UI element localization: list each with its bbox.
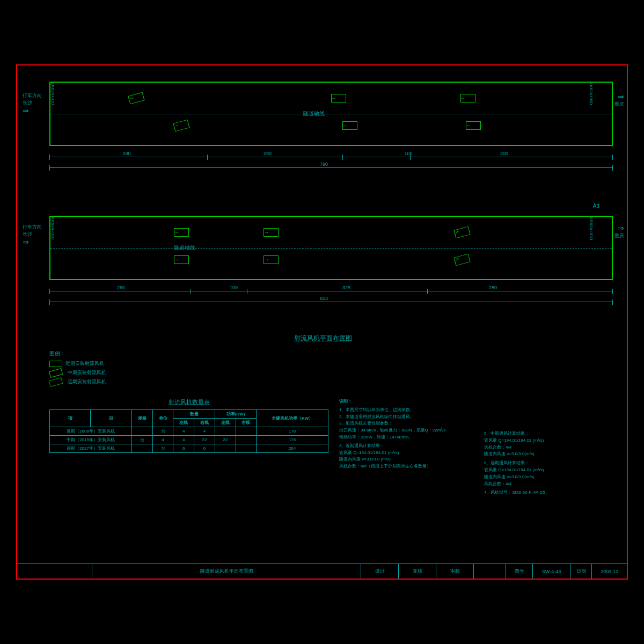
bottom-cell-1 <box>17 564 92 579</box>
table-row: 近期（2008年）安装风机 台 4 4 176 <box>50 427 328 436</box>
main-title: 射流风机平面布置图 <box>17 334 629 343</box>
dim-line-bot-total: 823 <box>49 302 613 302</box>
bottom-cell-checker: 复核 <box>399 564 436 579</box>
top-left-label: 行车方向 长沙 ⇒ <box>23 92 42 115</box>
bot-right-label: ⇒ 重庆 <box>614 224 624 239</box>
bottom-cell-date-label: 日期 <box>570 564 592 579</box>
legend-item-3: 远期安装射流风机 <box>49 378 106 385</box>
dim-line-top: 280 290 100 200 <box>49 157 613 157</box>
bot-left-label: 行车方向 长沙 ⇒ <box>23 224 42 246</box>
bottom-cell-designer: 设计 <box>361 564 399 579</box>
main-container: 隧道轴线 → ← ← → ← ← 行车方向 长沙 ⇒ ⇒ 重庆 LK624+01… <box>16 64 628 580</box>
legend-icon-mid <box>49 368 63 378</box>
legend-title: 图例： <box>49 350 106 357</box>
table-row: 远期（2027年）安装风机 台 6 6 264 <box>50 444 328 453</box>
table-section: 射流风机数量表 项 目 规格 单位 数量 功率(KW) 全隧风机功率（KW） 左… <box>49 398 328 453</box>
legend-icon-near <box>49 361 62 367</box>
top-right-id: LK624+900 <box>589 83 594 105</box>
bottom-cell-blank <box>474 564 506 579</box>
tunnel-bottom: 隧道轴线 → → ↗ → → ↗ <box>49 216 613 280</box>
table-row: 中期（2015年）安装风机 台 4 4 22 22 176 <box>50 436 328 444</box>
top-left-id: LK624+010 <box>50 83 55 105</box>
legend-section: 图例： 近期安装射流风机 中期安装射流风机 远期安装射流风机 <box>49 350 106 387</box>
fan-table: 项 目 规格 单位 数量 功率(KW) 全隧风机功率（KW） 左线 右线 左线 … <box>49 409 328 453</box>
bottom-cell-fig-label: 图号 <box>506 564 533 579</box>
att-label: Att <box>593 203 599 209</box>
tunnel-top: 隧道轴线 → ← ← → ← ← <box>49 82 613 146</box>
table-title: 射流风机数量表 <box>49 398 328 406</box>
legend-item-2: 中期安装射流风机 <box>49 369 106 376</box>
bottom-cell-fig-num: SW-4-43 <box>533 564 570 579</box>
bottom-cell-approver: 审核 <box>436 564 474 579</box>
bottom-bar: 隧道射流风机平面布置图 设计 复核 审核 图号 SW-4-43 日期 2003.… <box>17 564 627 579</box>
bot-right-id: KR624+B33 <box>589 217 594 240</box>
dim-line-top-total: 790 <box>49 167 613 168</box>
dim-line-bot: 260 100 325 280 <box>49 291 613 291</box>
bottom-cell-date: 2003.12 <box>592 564 627 579</box>
notes-title: 说明： <box>339 398 608 405</box>
legend-item-1: 近期安装射流风机 <box>49 360 106 367</box>
top-right-label: ⇒ 重庆 <box>614 92 624 108</box>
tunnel-top-label: 隧道轴线 <box>303 110 325 118</box>
bottom-cell-title: 隧道射流风机平面布置图 <box>92 564 361 579</box>
notes-right: 5、中期通风计算结果： 管风量 Q=194.01/194.01 (m³/s) 风… <box>484 430 634 496</box>
bot-left-id: KR624+010 <box>50 217 55 239</box>
tunnel-bottom-label: 隧道轴线 <box>174 244 195 252</box>
legend-icon-far <box>49 377 63 387</box>
